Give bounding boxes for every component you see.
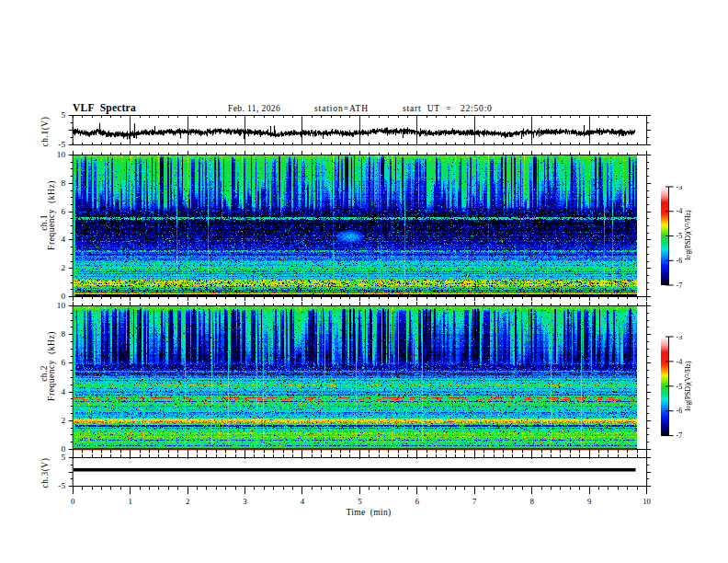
svg-text:-7: -7: [677, 281, 683, 287]
svg-text:-5: -5: [677, 232, 683, 240]
svg-text:-3: -3: [677, 186, 683, 191]
svg-text:-3: -3: [677, 336, 683, 341]
svg-text:-4: -4: [677, 207, 683, 215]
svg-text:-6: -6: [677, 257, 683, 265]
svg-text:-5: -5: [677, 383, 683, 391]
svg-text:-4: -4: [677, 358, 683, 366]
svg-text:-7: -7: [677, 432, 683, 439]
svg-text:-6: -6: [677, 408, 683, 416]
